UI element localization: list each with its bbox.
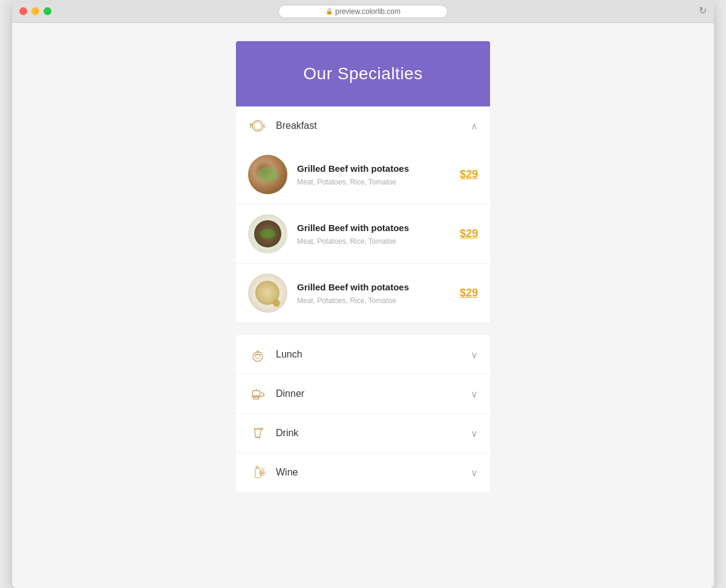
menu-item-2: Grilled Beef with potatoes Meat, Potatoe… — [236, 264, 490, 322]
dinner-label: Dinner — [276, 388, 471, 399]
dish-name-0: Grilled Beef with potatoes — [297, 163, 453, 175]
svg-point-1 — [254, 122, 261, 129]
section-gap — [236, 323, 490, 335]
drink-icon — [248, 423, 267, 443]
dish-info-2: Grilled Beef with potatoes Meat, Potatoe… — [297, 281, 453, 305]
accordion-section-lunch: Lunch ∨ — [236, 335, 490, 374]
lock-icon: 🔒 — [325, 8, 333, 15]
accordion-section-wine: Wine ∨ — [236, 453, 490, 492]
accordion-section-dinner: Dinner ∨ — [236, 374, 490, 414]
breakfast-chevron: ∧ — [471, 120, 478, 132]
specialties-container: Our Specialties — [236, 41, 490, 564]
dish-image-0 — [248, 155, 287, 194]
dish-name-2: Grilled Beef with potatoes — [297, 281, 453, 293]
breakfast-icon — [248, 116, 267, 136]
lunch-label: Lunch — [276, 349, 471, 360]
menu-item-0: Grilled Beef with potatoes Meat, Potatoe… — [236, 145, 490, 204]
svg-point-22 — [261, 470, 264, 472]
dinner-accordion-header[interactable]: Dinner ∨ — [236, 374, 490, 413]
accordion: Breakfast ∧ Grilled Beef with potatoes M… — [236, 106, 490, 492]
dish-price-2: $29 — [460, 287, 478, 299]
svg-point-8 — [253, 352, 263, 362]
drink-accordion-header[interactable]: Drink ∨ — [236, 414, 490, 452]
svg-rect-10 — [252, 391, 260, 396]
traffic-lights — [19, 7, 51, 15]
svg-point-23 — [260, 472, 262, 474]
drink-chevron: ∨ — [471, 428, 478, 439]
dish-image-2 — [248, 273, 287, 313]
dish-price-0: $29 — [460, 168, 478, 181]
minimize-button[interactable] — [31, 7, 39, 15]
breakfast-label: Breakfast — [276, 120, 471, 131]
wine-accordion-header[interactable]: Wine ∨ — [236, 453, 490, 492]
url-text: preview.colorlib.com — [335, 7, 401, 16]
page-content: Our Specialties — [12, 23, 714, 588]
dinner-chevron: ∨ — [471, 388, 478, 400]
dish-ingredients-2: Meat, Potatoes, Rice, Tomatoe — [297, 296, 453, 305]
breakfast-accordion-header[interactable]: Breakfast ∧ — [236, 106, 490, 145]
wine-icon — [248, 463, 267, 482]
accordion-section-drink: Drink ∨ — [236, 414, 490, 453]
dish-ingredients-0: Meat, Potatoes, Rice, Tomatoe — [297, 178, 453, 186]
reload-icon: ↻ — [699, 5, 707, 16]
lunch-icon — [248, 345, 267, 364]
dish-ingredients-1: Meat, Potatoes, Rice, Tomatoe — [297, 237, 453, 246]
dinner-icon — [248, 384, 267, 403]
maximize-button[interactable] — [44, 7, 51, 15]
dish-price-1: $29 — [460, 227, 478, 240]
svg-rect-21 — [256, 466, 258, 469]
lunch-chevron: ∨ — [471, 349, 478, 361]
wine-label: Wine — [276, 467, 471, 478]
specialties-header: Our Specialties — [236, 41, 490, 106]
titlebar: 🔒 preview.colorlib.com ↻ — [12, 0, 714, 23]
wine-chevron: ∨ — [471, 467, 478, 479]
svg-point-9 — [256, 354, 260, 359]
page-title: Our Specialties — [248, 64, 478, 83]
drink-label: Drink — [276, 428, 471, 439]
menu-item-1: Grilled Beef with potatoes Meat, Potatoe… — [236, 204, 490, 264]
accordion-section-breakfast: Breakfast ∧ Grilled Beef with potatoes M… — [236, 106, 490, 323]
breakfast-content: Grilled Beef with potatoes Meat, Potatoe… — [236, 145, 490, 322]
dish-image-1 — [248, 214, 287, 253]
svg-point-24 — [263, 472, 265, 474]
dish-info-0: Grilled Beef with potatoes Meat, Potatoe… — [297, 163, 453, 186]
dish-name-1: Grilled Beef with potatoes — [297, 222, 453, 234]
lunch-accordion-header[interactable]: Lunch ∨ — [236, 335, 490, 374]
close-button[interactable] — [19, 7, 27, 15]
browser-window: 🔒 preview.colorlib.com ↻ Our Specialties — [12, 0, 714, 588]
address-bar[interactable]: 🔒 preview.colorlib.com — [278, 5, 448, 18]
dish-info-1: Grilled Beef with potatoes Meat, Potatoe… — [297, 222, 453, 246]
svg-point-25 — [261, 473, 264, 475]
reload-button[interactable]: ↻ — [699, 5, 707, 16]
